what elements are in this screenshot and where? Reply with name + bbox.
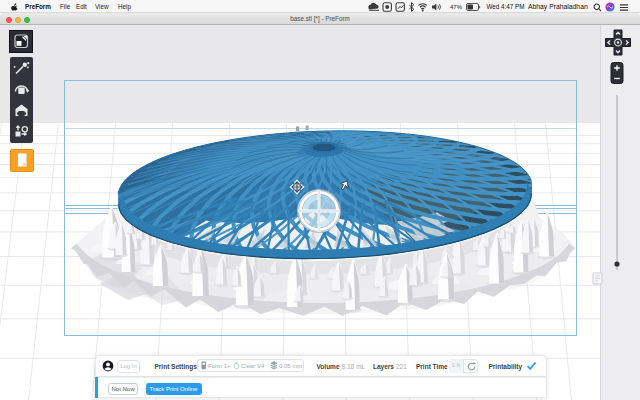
svg-text:0.05 mm: 0.05 mm bbox=[279, 363, 302, 369]
svg-text:Clear V4: Clear V4 bbox=[241, 363, 265, 369]
svg-text:Form 1+: Form 1+ bbox=[208, 363, 231, 369]
